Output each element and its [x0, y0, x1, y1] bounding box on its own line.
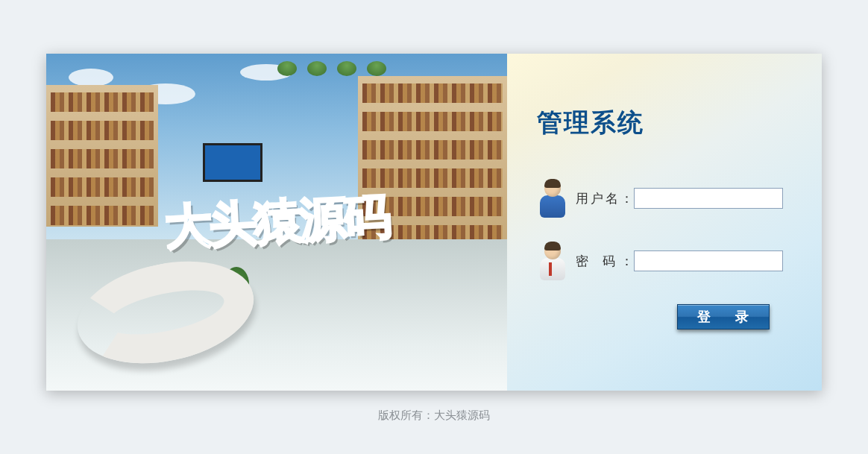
username-input[interactable]: [634, 188, 783, 209]
curved-bench: [69, 279, 292, 316]
cloud: [69, 69, 113, 86]
password-input[interactable]: [634, 250, 783, 271]
bookshelf-right: [358, 76, 427, 262]
plant-pot: [367, 61, 386, 76]
footer-prefix: 版权所有：: [378, 409, 434, 421]
photo-frame-front: [46, 54, 427, 316]
user-icon: [537, 179, 568, 218]
login-form-panel: 管理系统 用户名： 密 码： 登 录: [507, 54, 822, 391]
password-label: 密 码：: [576, 253, 634, 270]
login-panel: 大头猿源码 管理系统 用户名： 密 码： 登 录: [46, 54, 822, 391]
footer-owner: 大头猿源码: [434, 409, 490, 421]
bookshelf-left: [46, 85, 158, 227]
admin-icon: [537, 242, 568, 280]
tv-screen: [203, 143, 262, 182]
plant-pot: [307, 61, 327, 76]
plant-pot: [337, 61, 356, 76]
login-button[interactable]: 登 录: [677, 304, 770, 330]
plant-pot: [277, 61, 297, 76]
footer: 版权所有：大头猿源码: [0, 409, 868, 423]
system-title: 管理系统: [537, 106, 792, 140]
password-row: 密 码：: [537, 242, 792, 280]
username-row: 用户名：: [537, 179, 792, 218]
hero-image-stack: 大头猿源码: [46, 54, 507, 391]
username-label: 用户名：: [576, 190, 634, 207]
